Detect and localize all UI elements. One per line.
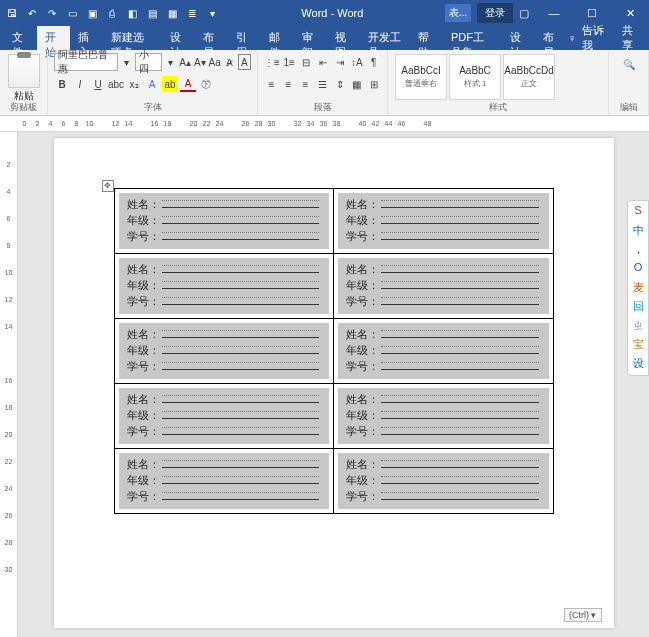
underline-button[interactable]: U bbox=[90, 76, 106, 92]
field-line[interactable] bbox=[162, 360, 320, 370]
field-line[interactable] bbox=[162, 393, 320, 403]
tab-新建选项卡[interactable]: 新建选项卡 bbox=[103, 26, 162, 50]
line-spacing-icon[interactable]: ⇕ bbox=[332, 76, 347, 92]
ime-item[interactable]: 中 bbox=[630, 223, 646, 239]
ime-item[interactable]: ㄓ bbox=[630, 318, 646, 334]
table-cell[interactable]: 姓名：年级：学号： bbox=[114, 319, 334, 384]
field-line[interactable] bbox=[162, 474, 320, 484]
font-size-combo[interactable]: 小四 bbox=[135, 53, 162, 71]
tab-开始[interactable]: 开始 bbox=[37, 26, 70, 50]
field-line[interactable] bbox=[162, 198, 320, 208]
text-effect-icon[interactable]: A bbox=[144, 76, 160, 92]
change-case-icon[interactable]: Aa bbox=[208, 54, 221, 70]
font-color-icon[interactable]: A bbox=[180, 76, 196, 92]
field-line[interactable] bbox=[162, 344, 320, 354]
bullets-icon[interactable]: ⋮≡ bbox=[264, 54, 280, 70]
ime-item[interactable]: 回 bbox=[630, 299, 646, 315]
ime-item[interactable]: 设 bbox=[630, 356, 646, 372]
ime-item[interactable]: S bbox=[630, 204, 646, 220]
field-line[interactable] bbox=[162, 230, 320, 240]
paste-options-button[interactable]: (Ctrl) ▾ bbox=[564, 608, 602, 622]
indent-right-icon[interactable]: ⇥ bbox=[332, 54, 347, 70]
paste-icon[interactable] bbox=[8, 54, 40, 88]
field-line[interactable] bbox=[162, 263, 320, 273]
style-item[interactable]: AaBbC样式 1 bbox=[449, 54, 501, 100]
highlight-icon[interactable]: ab bbox=[162, 76, 178, 92]
tab-邮件[interactable]: 邮件 bbox=[261, 26, 294, 50]
italic-button[interactable]: I bbox=[72, 76, 88, 92]
field-line[interactable] bbox=[381, 328, 539, 338]
tab-审阅[interactable]: 审阅 bbox=[294, 26, 327, 50]
field-line[interactable] bbox=[162, 279, 320, 289]
save-icon[interactable]: 🖫 bbox=[4, 5, 20, 21]
horizontal-ruler[interactable]: 0246810121416182022242628303234363840424… bbox=[0, 116, 649, 132]
field-line[interactable] bbox=[381, 295, 539, 305]
show-marks-icon[interactable]: ¶ bbox=[366, 54, 381, 70]
field-line[interactable] bbox=[381, 360, 539, 370]
table-cell[interactable]: 姓名：年级：学号： bbox=[114, 384, 334, 449]
table-cell[interactable]: 姓名：年级：学号： bbox=[334, 189, 554, 254]
vertical-ruler[interactable]: 24681012141618202224262830 bbox=[0, 132, 18, 637]
bold-button[interactable]: B bbox=[54, 76, 70, 92]
tab-设计[interactable]: 设计 bbox=[502, 26, 535, 50]
multilevel-icon[interactable]: ⊟ bbox=[299, 54, 314, 70]
enclose-icon[interactable]: A bbox=[238, 54, 251, 70]
tell-me[interactable]: 告诉我 bbox=[582, 23, 608, 53]
field-line[interactable] bbox=[162, 490, 320, 500]
ime-toolbar[interactable]: S中，O麦回ㄓ宝设 bbox=[627, 200, 649, 376]
field-line[interactable] bbox=[162, 214, 320, 224]
field-line[interactable] bbox=[381, 344, 539, 354]
tab-帮助[interactable]: 帮助 bbox=[410, 26, 443, 50]
tab-布局[interactable]: 布局 bbox=[535, 26, 568, 50]
redo-icon[interactable]: ↷ bbox=[44, 5, 60, 21]
sort-icon[interactable]: ↕A bbox=[349, 54, 364, 70]
tab-设计[interactable]: 设计 bbox=[162, 26, 195, 50]
chevron-down-icon[interactable]: ▾ bbox=[120, 54, 133, 70]
ime-item[interactable]: ， bbox=[630, 242, 646, 258]
field-line[interactable] bbox=[381, 458, 539, 468]
ime-item[interactable]: O bbox=[630, 261, 646, 277]
style-item[interactable]: AaBbCcDd正文 bbox=[503, 54, 555, 100]
shrink-font-icon[interactable]: A▾ bbox=[193, 54, 206, 70]
indent-left-icon[interactable]: ⇤ bbox=[316, 54, 331, 70]
font-name-combo[interactable]: 阿里巴巴普惠 bbox=[54, 53, 118, 71]
page[interactable]: ✥ 姓名：年级：学号：姓名：年级：学号：姓名：年级：学号：姓名：年级：学号：姓名… bbox=[54, 138, 614, 628]
doc-icon[interactable]: ▤ bbox=[144, 5, 160, 21]
field-line[interactable] bbox=[162, 425, 320, 435]
field-line[interactable] bbox=[381, 490, 539, 500]
view-icon[interactable]: ▦ bbox=[164, 5, 180, 21]
field-line[interactable] bbox=[381, 393, 539, 403]
tab-视图[interactable]: 视图 bbox=[327, 26, 360, 50]
field-line[interactable] bbox=[381, 214, 539, 224]
tab-引用[interactable]: 引用 bbox=[228, 26, 261, 50]
tab-布局[interactable]: 布局 bbox=[195, 26, 228, 50]
tell-me-icon[interactable]: ♀ bbox=[568, 32, 576, 44]
field-line[interactable] bbox=[381, 474, 539, 484]
field-line[interactable] bbox=[381, 263, 539, 273]
new-icon[interactable]: ▭ bbox=[64, 5, 80, 21]
undo-icon[interactable]: ↶ bbox=[24, 5, 40, 21]
align-left-icon[interactable]: ≡ bbox=[264, 76, 279, 92]
borders-icon[interactable]: ⊞ bbox=[366, 76, 381, 92]
field-line[interactable] bbox=[162, 295, 320, 305]
tab-PDF工具集[interactable]: PDF工具集 bbox=[443, 26, 502, 50]
field-line[interactable] bbox=[162, 458, 320, 468]
document-table[interactable]: 姓名：年级：学号：姓名：年级：学号：姓名：年级：学号：姓名：年级：学号：姓名：年… bbox=[114, 188, 554, 514]
tab-文件[interactable]: 文件 bbox=[4, 26, 37, 50]
ime-item[interactable]: 麦 bbox=[630, 280, 646, 296]
table-cell[interactable]: 姓名：年级：学号： bbox=[114, 189, 334, 254]
touch-icon[interactable]: ◧ bbox=[124, 5, 140, 21]
maximize-button[interactable]: ☐ bbox=[577, 7, 607, 20]
more-icon[interactable]: ▾ bbox=[204, 5, 220, 21]
justify-icon[interactable]: ☰ bbox=[315, 76, 330, 92]
sub-sup-button[interactable]: x₂ bbox=[126, 76, 142, 92]
minimize-button[interactable]: — bbox=[539, 7, 569, 20]
table-cell[interactable]: 姓名：年级：学号： bbox=[334, 384, 554, 449]
list-icon[interactable]: ≣ bbox=[184, 5, 200, 21]
find-icon[interactable]: 🔍 bbox=[621, 56, 637, 72]
field-line[interactable] bbox=[381, 198, 539, 208]
align-right-icon[interactable]: ≡ bbox=[298, 76, 313, 92]
table-cell[interactable]: 姓名：年级：学号： bbox=[334, 449, 554, 514]
tab-开发工具[interactable]: 开发工具 bbox=[360, 26, 410, 50]
field-line[interactable] bbox=[162, 409, 320, 419]
